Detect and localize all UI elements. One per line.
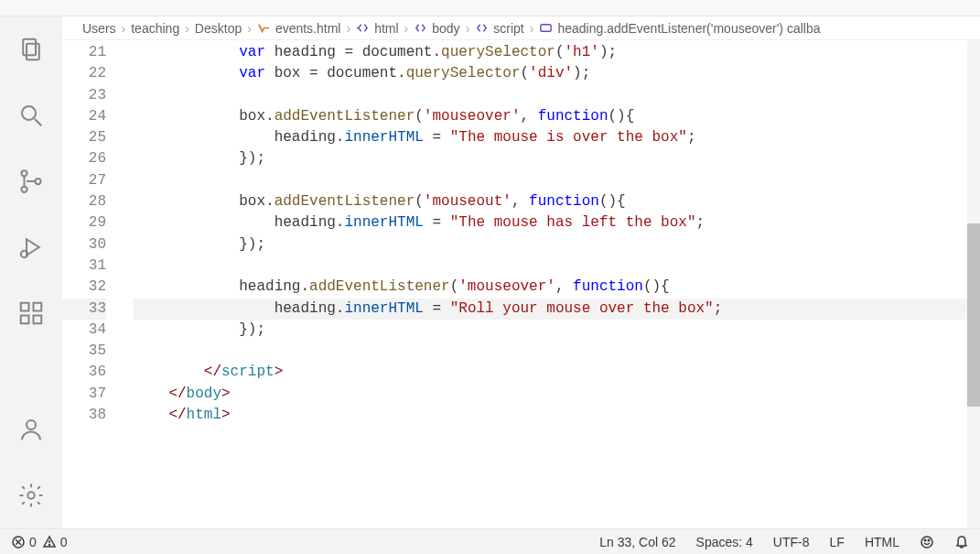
svg-marker-7: [27, 239, 39, 255]
code-editor[interactable]: 212223242526272829303132333435363738 var…: [62, 40, 980, 528]
svg-rect-1: [27, 44, 39, 60]
breadcrumb-script[interactable]: script: [475, 21, 523, 36]
status-language[interactable]: HTML: [865, 535, 899, 549]
breadcrumb-users[interactable]: Users: [82, 21, 116, 36]
svg-rect-9: [21, 303, 29, 311]
status-encoding[interactable]: UTF-8: [773, 535, 810, 549]
search-icon[interactable]: [9, 93, 53, 137]
tab-bar-area: [0, 0, 980, 16]
breadcrumb[interactable]: Users› teaching› Desktop› events.html› h…: [62, 16, 980, 40]
account-icon[interactable]: [9, 407, 53, 451]
breadcrumb-file[interactable]: events.html: [257, 21, 341, 36]
svg-point-14: [27, 492, 35, 499]
svg-point-20: [48, 544, 49, 545]
scrollbar-thumb[interactable]: [967, 223, 980, 407]
svg-rect-12: [34, 303, 42, 311]
status-spaces[interactable]: Spaces: 4: [696, 535, 753, 549]
line-number-gutter: 212223242526272829303132333435363738: [62, 40, 134, 528]
activity-bar: [0, 16, 62, 528]
debug-icon[interactable]: [9, 225, 53, 269]
svg-point-21: [921, 537, 932, 548]
svg-rect-10: [21, 316, 29, 324]
source-control-icon[interactable]: [9, 159, 53, 203]
svg-line-3: [35, 119, 42, 126]
svg-rect-15: [541, 25, 551, 32]
svg-point-6: [35, 179, 40, 184]
explorer-icon[interactable]: [9, 27, 53, 71]
settings-gear-icon[interactable]: [9, 473, 53, 517]
svg-rect-0: [23, 39, 36, 56]
status-eol[interactable]: LF: [830, 535, 845, 549]
code-content[interactable]: var heading = document.querySelector('h1…: [134, 40, 967, 528]
breadcrumb-html[interactable]: html: [356, 21, 398, 36]
status-cursor[interactable]: Ln 33, Col 62: [599, 535, 675, 549]
svg-rect-11: [34, 316, 42, 324]
breadcrumb-teaching[interactable]: teaching: [131, 21, 179, 36]
svg-point-2: [22, 106, 36, 120]
svg-point-4: [21, 170, 27, 176]
svg-point-5: [21, 187, 27, 192]
scrollbar[interactable]: [967, 40, 980, 528]
status-warnings[interactable]: 0: [42, 535, 68, 549]
breadcrumb-callback[interactable]: heading.addEventListener('mouseover') ca…: [539, 21, 820, 36]
svg-point-22: [924, 539, 926, 541]
svg-point-13: [27, 420, 36, 429]
extensions-icon[interactable]: [9, 291, 53, 335]
svg-point-23: [928, 539, 930, 541]
breadcrumb-desktop[interactable]: Desktop: [195, 21, 242, 36]
status-errors[interactable]: 0: [11, 535, 37, 549]
status-bell-icon[interactable]: [954, 535, 969, 549]
status-bar: 0 0 Ln 33, Col 62 Spaces: 4 UTF-8 LF HTM…: [0, 528, 980, 554]
status-feedback-icon[interactable]: [920, 535, 934, 549]
breadcrumb-body[interactable]: body: [414, 21, 459, 36]
